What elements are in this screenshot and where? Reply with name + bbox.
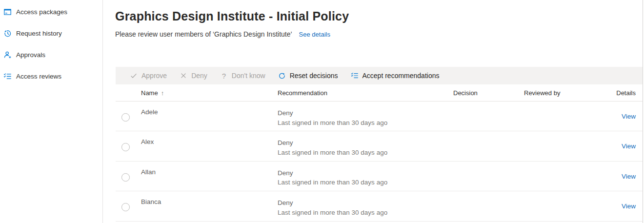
deny-button: Deny (173, 67, 214, 84)
sidebar-item-label: Approvals (16, 51, 45, 59)
row-recommendation: Deny Last signed in more than 30 days ag… (274, 191, 449, 221)
question-icon: ? (220, 72, 228, 80)
dont-know-label: Don't know (232, 72, 265, 80)
column-header-recommendation[interactable]: Recommendation (274, 89, 449, 97)
column-header-name[interactable]: Name↑ (137, 89, 274, 97)
toolbar: Approve Deny ? Don't know Reset decision… (116, 67, 643, 84)
sidebar-item-approvals[interactable]: Approvals (0, 44, 102, 65)
checklist-icon (351, 72, 359, 80)
recommendation-value: Deny (278, 168, 449, 178)
subtitle-text: Please review user members of ‘Graphics … (115, 30, 292, 38)
row-recommendation: Deny Last signed in more than 30 days ag… (274, 131, 449, 161)
row-radio-button[interactable] (121, 143, 130, 151)
approve-label: Approve (141, 72, 167, 80)
column-header-decision[interactable]: Decision (449, 89, 520, 97)
row-decision (449, 131, 520, 161)
view-details-link[interactable]: View (622, 142, 636, 150)
table-row: Bianca Deny Last signed in more than 30 … (116, 191, 643, 221)
access-packages-icon (3, 8, 12, 16)
sidebar-item-access-reviews[interactable]: Access reviews (0, 65, 102, 87)
accept-recommendations-button[interactable]: Accept recommendations (344, 67, 446, 84)
row-decision (449, 191, 520, 221)
view-details-link[interactable]: View (622, 203, 636, 210)
page-subtitle: Please review user members of ‘Graphics … (115, 30, 330, 38)
row-recommendation: Deny Last signed in more than 30 days ag… (274, 101, 449, 131)
row-name: Bianca (137, 191, 274, 221)
row-decision (449, 162, 520, 191)
reset-decisions-label: Reset decisions (290, 72, 338, 80)
sort-ascending-icon: ↑ (161, 89, 164, 97)
row-reviewed-by (520, 162, 591, 191)
recommendation-detail: Last signed in more than 30 days ago (278, 118, 449, 128)
row-reviewed-by (520, 131, 591, 161)
row-reviewed-by (520, 101, 591, 131)
row-radio-button[interactable] (121, 113, 130, 122)
deny-label: Deny (191, 72, 207, 80)
column-header-details: Details (591, 89, 643, 97)
accept-recommendations-label: Accept recommendations (362, 72, 440, 80)
recommendation-value: Deny (278, 138, 449, 148)
reset-decisions-button[interactable]: Reset decisions (272, 67, 344, 84)
sidebar-item-label: Request history (16, 30, 62, 37)
view-details-link[interactable]: View (622, 113, 636, 120)
recommendation-detail: Last signed in more than 30 days ago (278, 178, 449, 187)
request-history-icon (3, 29, 12, 38)
sidebar-item-label: Access packages (16, 8, 67, 16)
access-reviews-icon (3, 72, 12, 81)
table-row: Allan Deny Last signed in more than 30 d… (116, 162, 643, 191)
page-title: Graphics Design Institute - Initial Poli… (115, 9, 349, 23)
row-radio-button[interactable] (121, 203, 130, 211)
sidebar-item-access-packages[interactable]: Access packages (0, 1, 102, 22)
sidebar-item-request-history[interactable]: Request history (0, 22, 102, 44)
sidebar: Access packages Request history Approv (0, 0, 103, 223)
column-header-reviewed-by[interactable]: Reviewed by (520, 89, 591, 97)
approve-button: Approve (123, 67, 173, 84)
row-radio-button[interactable] (121, 173, 130, 182)
recommendation-detail: Last signed in more than 30 days ago (278, 208, 449, 218)
check-icon (130, 72, 138, 80)
approvals-icon (3, 51, 12, 59)
row-recommendation: Deny Last signed in more than 30 days ag… (274, 162, 449, 191)
access-reviews-page: Access packages Request history Approv (0, 0, 644, 223)
table-body: Adele Deny Last signed in more than 30 d… (116, 101, 643, 222)
x-icon (180, 72, 187, 80)
dont-know-button: ? Don't know (214, 67, 272, 84)
refresh-icon (278, 72, 286, 80)
row-name: Allan (137, 162, 274, 191)
content-right-border (643, 0, 643, 223)
table-header: Name↑ Recommendation Decision Reviewed b… (116, 84, 643, 101)
table-row: Alex Deny Last signed in more than 30 da… (116, 131, 643, 161)
recommendation-detail: Last signed in more than 30 days ago (278, 148, 449, 158)
recommendation-value: Deny (278, 198, 449, 208)
row-name: Alex (137, 131, 274, 161)
table-row: Adele Deny Last signed in more than 30 d… (116, 101, 643, 131)
sidebar-item-label: Access reviews (16, 73, 61, 80)
row-name: Adele (137, 101, 274, 131)
see-details-link[interactable]: See details (299, 31, 330, 38)
row-reviewed-by (520, 191, 591, 221)
row-decision (449, 101, 520, 131)
recommendation-value: Deny (278, 108, 449, 118)
view-details-link[interactable]: View (622, 173, 636, 180)
